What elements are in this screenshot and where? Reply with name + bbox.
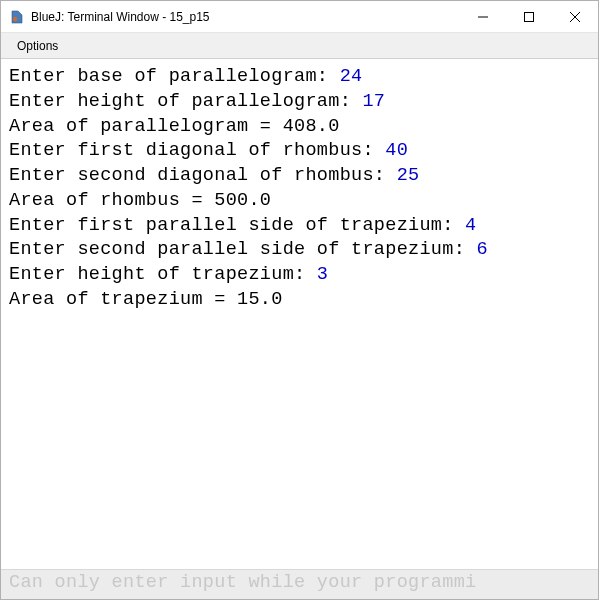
prompt-text: Enter second diagonal of rhombus:: [9, 165, 397, 186]
window-controls: [460, 1, 598, 32]
terminal-line: Enter second parallel side of trapezium:…: [9, 238, 590, 263]
user-input: 24: [340, 66, 363, 87]
prompt-text: Enter base of parallelogram:: [9, 66, 340, 87]
terminal-line: Enter height of trapezium: 3: [9, 263, 590, 288]
user-input: 6: [476, 239, 487, 260]
close-button[interactable]: [552, 1, 598, 32]
menu-options[interactable]: Options: [9, 35, 66, 57]
prompt-text: Enter second parallel side of trapezium:: [9, 239, 476, 260]
user-input: 17: [362, 91, 385, 112]
user-input: 3: [317, 264, 328, 285]
terminal-line: Area of trapezium = 15.0: [9, 288, 590, 313]
terminal-line: Area of rhombus = 500.0: [9, 189, 590, 214]
prompt-text: Area of parallelogram = 408.0: [9, 116, 340, 137]
user-input: 25: [397, 165, 420, 186]
prompt-text: Enter height of trapezium:: [9, 264, 317, 285]
window-title: BlueJ: Terminal Window - 15_p15: [31, 10, 460, 24]
svg-point-0: [13, 16, 17, 20]
terminal-output[interactable]: Enter base of parallelogram: 24Enter hei…: [1, 59, 598, 569]
terminal-line: Enter base of parallelogram: 24: [9, 65, 590, 90]
app-icon: [9, 9, 25, 25]
status-bar: Can only enter input while your programm…: [1, 569, 598, 599]
terminal-line: Enter height of parallelogram: 17: [9, 90, 590, 115]
menu-bar: Options: [1, 33, 598, 59]
minimize-button[interactable]: [460, 1, 506, 32]
terminal-line: Enter first diagonal of rhombus: 40: [9, 139, 590, 164]
user-input: 4: [465, 215, 476, 236]
prompt-text: Enter first diagonal of rhombus:: [9, 140, 385, 161]
svg-rect-2: [525, 12, 534, 21]
prompt-text: Enter height of parallelogram:: [9, 91, 362, 112]
title-bar: BlueJ: Terminal Window - 15_p15: [1, 1, 598, 33]
terminal-line: Enter second diagonal of rhombus: 25: [9, 164, 590, 189]
terminal-line: Area of parallelogram = 408.0: [9, 115, 590, 140]
prompt-text: Area of rhombus = 500.0: [9, 190, 271, 211]
terminal-line: Enter first parallel side of trapezium: …: [9, 214, 590, 239]
user-input: 40: [385, 140, 408, 161]
prompt-text: Enter first parallel side of trapezium:: [9, 215, 465, 236]
maximize-button[interactable]: [506, 1, 552, 32]
prompt-text: Area of trapezium = 15.0: [9, 289, 283, 310]
